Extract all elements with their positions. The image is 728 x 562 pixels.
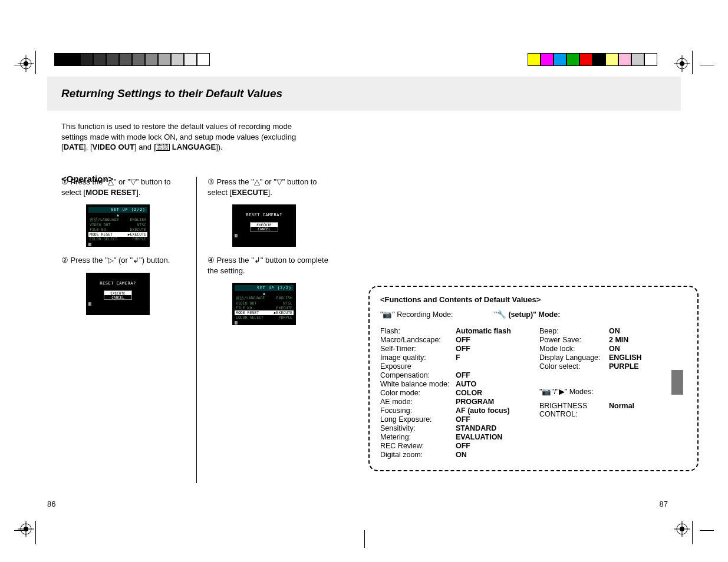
camera-icon: 📷 <box>383 310 392 319</box>
defaults-recording-col: Flash:Automatic flashMacro/Landscape:OFF… <box>380 327 528 459</box>
default-row: Digital zoom:ON <box>380 451 528 459</box>
default-row: Beep:ON <box>539 327 687 335</box>
crop-line <box>700 530 714 531</box>
svg-point-7 <box>680 61 684 66</box>
crop-line <box>692 521 693 544</box>
default-row: Flash:Automatic flash <box>380 327 528 335</box>
lcd-setup-screen: SET UP (2/2) ▲ 言語/LANGUAGEENGLISHVIDEO O… <box>232 283 296 325</box>
default-row: Mode lock:ON <box>539 345 687 353</box>
section-title: Returning Settings to their Default Valu… <box>61 87 667 100</box>
language-icon: 言語 <box>156 144 170 151</box>
crop-line <box>14 65 28 65</box>
crop-line <box>692 51 693 74</box>
default-row: Sensitivity:STANDARD <box>380 424 528 432</box>
svg-point-15 <box>680 527 684 531</box>
defaults-setup-col: Beep:ONPower Save:2 MINMode lock:ONDispl… <box>539 327 687 459</box>
default-row: AE mode:PROGRAM <box>380 398 528 406</box>
play-rec-modes-header: "📷"/"▶" Modes: <box>539 387 687 396</box>
operation-col-2: ③ Press the "△" or "▽" button to select … <box>196 177 342 483</box>
default-row: Compensation:OFF <box>380 371 528 379</box>
default-row: Display Language:ENGLISH <box>539 353 687 362</box>
color-calibration-bar <box>528 53 657 66</box>
default-row: Metering:EVALUATION <box>380 433 528 441</box>
crop-line <box>700 65 714 65</box>
brightness-label: BRIGHTNESS CONTROL: <box>539 402 609 418</box>
default-row: Exposure <box>380 362 528 371</box>
default-row: Color mode:COLOR <box>380 389 528 397</box>
section-title-band: Returning Settings to their Default Valu… <box>47 77 681 111</box>
camera-icon: 📷 <box>542 388 551 396</box>
default-row: Color select:PURPLE <box>539 362 687 371</box>
intro-date-bold: DATE <box>64 143 84 151</box>
step-2: ② Press the "▷" (or "↲") button. <box>61 255 188 266</box>
default-row: Long Exposure:OFF <box>380 415 528 424</box>
lcd-reset-confirm: RESET CAMERA? EXECUTE CANCEL ▥ <box>86 273 150 315</box>
brightness-value: Normal <box>609 402 634 418</box>
default-row: White balance mode:AUTO <box>380 380 528 388</box>
step-4: ④ Press the "↲" button to complete the s… <box>207 255 334 276</box>
step-3: ③ Press the "△" or "▽" button to select … <box>207 177 334 197</box>
crop-line <box>35 51 36 74</box>
intro-video-bold: VIDEO OUT <box>93 143 135 151</box>
default-row: Self-Timer:OFF <box>380 345 528 353</box>
lcd-reset-confirm: RESET CAMERA? EXECUTE CANCEL ▥ <box>232 204 296 247</box>
page-number-right: 87 <box>660 500 668 508</box>
operation-col-1: ① Press the "△" or "▽" button to select … <box>61 177 196 483</box>
intro-paragraph: This function is used to restore the def… <box>61 121 309 153</box>
thumb-tab <box>671 370 683 395</box>
intro-text: This function is used to restore the def… <box>61 122 296 141</box>
intro-lang-bold: LANGUAGE <box>170 143 216 151</box>
crop-line <box>14 530 28 531</box>
defaults-heading: <Functions and Contents of Default Value… <box>380 295 687 304</box>
default-row: Power Save:2 MIN <box>539 336 687 344</box>
defaults-box: <Functions and Contents of Default Value… <box>368 286 699 471</box>
lcd-setup-screen: SET UP (2/2) ▲ 言語/LANGUAGEENGLISHVIDEO O… <box>86 204 150 247</box>
step-1: ① Press the "△" or "▽" button to select … <box>61 177 188 197</box>
recording-mode-header: "📷" Recording Mode: <box>380 310 453 319</box>
crop-line <box>35 521 36 544</box>
grayscale-calibration-bar <box>54 53 210 66</box>
setup-mode-header: "🔧 (setup)" Mode: <box>495 310 561 319</box>
page-number-left: 86 <box>47 500 55 508</box>
default-row: Focusing:AF (auto focus) <box>380 406 528 415</box>
default-row: Image quality:F <box>380 353 528 362</box>
default-row: REC Review:OFF <box>380 442 528 450</box>
fold-mark <box>364 530 365 548</box>
registration-mark-icon <box>674 55 693 74</box>
default-row: Macro/Landscape:OFF <box>380 336 528 344</box>
